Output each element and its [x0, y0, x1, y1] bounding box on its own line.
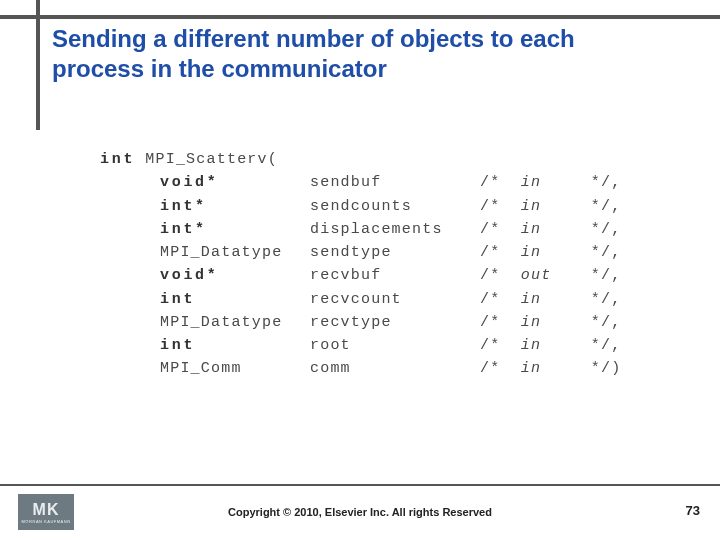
- param-name: sendcounts: [310, 195, 480, 218]
- slide-title: Sending a different number of objects to…: [52, 24, 672, 84]
- param-direction: in: [521, 195, 591, 218]
- param-name: root: [310, 334, 480, 357]
- param-row: intrecvcount/* in*/,: [100, 288, 621, 311]
- param-type: MPI_Comm: [160, 357, 310, 380]
- param-terminator: */): [591, 360, 622, 377]
- param-terminator: */,: [591, 198, 622, 215]
- page-number: 73: [686, 503, 700, 518]
- param-row: int*sendcounts/* in*/,: [100, 195, 621, 218]
- param-name: recvbuf: [310, 264, 480, 287]
- comment-open: /*: [480, 314, 500, 331]
- param-terminator: */,: [591, 314, 622, 331]
- param-row: introot/* in*/,: [100, 334, 621, 357]
- param-name: sendtype: [310, 241, 480, 264]
- logo-sub: MORGAN KAUFMANN: [21, 519, 70, 524]
- function-signature-row: int MPI_Scatterv(: [100, 148, 621, 171]
- param-row: void*sendbuf/* in*/,: [100, 171, 621, 194]
- param-name: recvcount: [310, 288, 480, 311]
- param-direction: in: [521, 357, 591, 380]
- param-type: void*: [160, 264, 310, 287]
- top-rule: [0, 15, 720, 19]
- param-type: MPI_Datatype: [160, 241, 310, 264]
- param-terminator: */,: [591, 174, 622, 191]
- param-name: sendbuf: [310, 171, 480, 194]
- param-name: displacements: [310, 218, 480, 241]
- param-type: MPI_Datatype: [160, 311, 310, 334]
- param-type: int: [160, 288, 310, 311]
- param-terminator: */,: [591, 267, 622, 284]
- comment-open: /*: [480, 221, 500, 238]
- param-direction: in: [521, 241, 591, 264]
- comment-open: /*: [480, 360, 500, 377]
- param-row: int*displacements/* in*/,: [100, 218, 621, 241]
- footer-rule: [0, 484, 720, 486]
- param-row: MPI_Datatyperecvtype/* in*/,: [100, 311, 621, 334]
- param-direction: out: [521, 264, 591, 287]
- comment-open: /*: [480, 337, 500, 354]
- param-name: recvtype: [310, 311, 480, 334]
- comment-open: /*: [480, 291, 500, 308]
- function-name: MPI_Scatterv(: [145, 151, 278, 168]
- param-type: int*: [160, 218, 310, 241]
- code-block: int MPI_Scatterv( void*sendbuf/* in*/,in…: [100, 148, 621, 381]
- param-terminator: */,: [591, 291, 622, 308]
- comment-open: /*: [480, 267, 500, 284]
- param-terminator: */,: [591, 337, 622, 354]
- comment-open: /*: [480, 174, 500, 191]
- param-terminator: */,: [591, 244, 622, 261]
- param-direction: in: [521, 288, 591, 311]
- param-type: int: [160, 334, 310, 357]
- param-row: void*recvbuf/* out*/,: [100, 264, 621, 287]
- param-name: comm: [310, 357, 480, 380]
- comment-open: /*: [480, 244, 500, 261]
- left-rule: [36, 0, 40, 130]
- param-direction: in: [521, 171, 591, 194]
- param-row: MPI_Datatypesendtype/* in*/,: [100, 241, 621, 264]
- param-direction: in: [521, 311, 591, 334]
- param-terminator: */,: [591, 221, 622, 238]
- param-direction: in: [521, 334, 591, 357]
- comment-open: /*: [480, 198, 500, 215]
- param-row: MPI_Commcomm/* in*/): [100, 357, 621, 380]
- param-direction: in: [521, 218, 591, 241]
- return-type: int: [100, 151, 135, 168]
- param-type: int*: [160, 195, 310, 218]
- param-type: void*: [160, 171, 310, 194]
- copyright-text: Copyright © 2010, Elsevier Inc. All righ…: [0, 506, 720, 518]
